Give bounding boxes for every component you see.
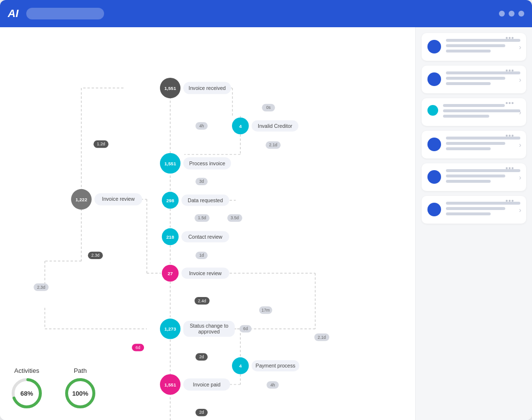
- panel-card-4[interactable]: ›: [422, 131, 526, 158]
- svg-text:3d: 3d: [199, 179, 204, 184]
- svg-text:1,273: 1,273: [164, 326, 176, 332]
- activities-label: Activities: [14, 367, 39, 374]
- panel-line: [446, 82, 491, 85]
- panel-card-2[interactable]: ›: [422, 66, 526, 93]
- panel-avatar-6: [427, 203, 441, 216]
- node-invalid-creditor[interactable]: 4: [232, 118, 249, 135]
- titlebar: AI: [0, 0, 532, 27]
- dot-2: [509, 11, 514, 17]
- app-logo: AI: [8, 7, 18, 20]
- svg-text:Invoice review: Invoice review: [189, 270, 222, 276]
- activities-donut: 68%: [10, 376, 44, 410]
- panel-content-6: [446, 202, 520, 218]
- dot-1: [499, 11, 505, 17]
- svg-text:6d: 6d: [136, 345, 141, 350]
- svg-text:218: 218: [166, 234, 175, 240]
- panel-line: [443, 104, 505, 107]
- panel-content-4: [446, 137, 520, 153]
- node-invoice-paid[interactable]: 1,551: [160, 374, 180, 395]
- chevron-right-icon[interactable]: ›: [519, 43, 521, 51]
- svg-text:17m: 17m: [262, 308, 270, 313]
- svg-text:Status change to: Status change to: [190, 323, 229, 329]
- node-invoice-received[interactable]: 1,551: [160, 78, 180, 98]
- panel-line: [446, 39, 520, 42]
- svg-text:2.1d: 2.1d: [318, 335, 326, 340]
- svg-text:2.3d: 2.3d: [37, 285, 45, 290]
- panel-dots-1: [506, 37, 514, 39]
- svg-text:298: 298: [166, 198, 175, 203]
- flow-diagram-area: 1,551 Invoice received 4 Invalid Credito…: [0, 27, 415, 420]
- svg-text:1.5d: 1.5d: [198, 215, 206, 220]
- node-invoice-review-pink[interactable]: 27: [162, 265, 179, 282]
- panel-line: [446, 212, 491, 215]
- panel-avatar-3: [427, 105, 438, 116]
- node-invoice-review-left[interactable]: 1,222: [71, 189, 91, 210]
- svg-text:1d: 1d: [199, 253, 204, 258]
- node-data-requested[interactable]: 298: [162, 192, 179, 209]
- panel-dots-2: [506, 70, 514, 71]
- node-contact-review[interactable]: 218: [162, 228, 179, 245]
- panel-line: [446, 169, 520, 172]
- panel-avatar-1: [427, 40, 441, 53]
- panel-content-3: [443, 104, 520, 120]
- svg-text:4: 4: [239, 123, 242, 129]
- svg-text:approved: approved: [198, 329, 220, 334]
- svg-text:1,551: 1,551: [164, 161, 177, 166]
- chevron-right-icon[interactable]: ›: [519, 108, 521, 116]
- activities-stat: Activities 68%: [10, 367, 44, 410]
- svg-text:Data requested: Data requested: [188, 197, 223, 203]
- svg-text:3.5d: 3.5d: [231, 215, 239, 220]
- chevron-right-icon[interactable]: ›: [519, 174, 521, 181]
- panel-line: [446, 180, 491, 183]
- svg-text:2.3d: 2.3d: [91, 253, 100, 258]
- svg-text:4h: 4h: [270, 383, 275, 387]
- svg-text:Invoice paid: Invoice paid: [193, 382, 221, 387]
- panel-dots-5: [506, 167, 514, 169]
- panel-avatar-5: [427, 170, 441, 184]
- svg-text:Invalid Creditor: Invalid Creditor: [258, 123, 293, 129]
- svg-text:2.1d: 2.1d: [269, 142, 277, 147]
- node-status-change[interactable]: 1,273: [160, 318, 180, 339]
- right-panel: › ›: [415, 27, 532, 420]
- node-process-invoice[interactable]: 1,551: [160, 153, 180, 174]
- panel-card-1[interactable]: ›: [422, 33, 526, 61]
- svg-text:1,551: 1,551: [164, 86, 177, 91]
- search-bar[interactable]: [26, 8, 104, 19]
- panel-content-1: [446, 39, 520, 55]
- svg-text:Process invoice: Process invoice: [189, 160, 225, 166]
- panel-line: [446, 202, 520, 205]
- svg-text:27: 27: [168, 271, 173, 276]
- path-value: 100%: [72, 390, 88, 397]
- panel-card-5[interactable]: ›: [422, 163, 526, 191]
- chevron-right-icon[interactable]: ›: [519, 76, 521, 84]
- path-label: Path: [74, 367, 87, 374]
- svg-text:2d: 2d: [199, 354, 204, 359]
- panel-line: [446, 147, 491, 150]
- svg-text:2d: 2d: [199, 410, 204, 415]
- panel-content-5: [446, 169, 520, 185]
- svg-text:Contact review: Contact review: [188, 234, 222, 240]
- panel-card-6[interactable]: ›: [422, 196, 526, 224]
- chevron-right-icon[interactable]: ›: [519, 206, 521, 214]
- panel-content-2: [446, 71, 520, 88]
- svg-text:4h: 4h: [199, 123, 204, 128]
- svg-text:6d: 6d: [243, 326, 248, 331]
- panel-line: [446, 175, 505, 177]
- svg-text:Payment process: Payment process: [256, 363, 296, 368]
- node-payment-process[interactable]: 4: [232, 357, 249, 374]
- svg-text:1.2d: 1.2d: [97, 141, 105, 146]
- svg-text:Invoice received: Invoice received: [189, 85, 226, 91]
- panel-line: [443, 109, 520, 112]
- panel-line: [446, 71, 520, 74]
- dot-3: [518, 11, 524, 17]
- panel-dots-4: [506, 135, 514, 137]
- flow-diagram: 1,551 Invoice received 4 Invalid Credito…: [0, 27, 415, 420]
- panel-line: [446, 50, 491, 52]
- path-donut: 100%: [63, 376, 97, 410]
- panel-avatar-2: [427, 72, 441, 86]
- chevron-right-icon[interactable]: ›: [519, 141, 521, 149]
- window-controls: [499, 11, 524, 17]
- panel-card-3[interactable]: ›: [422, 98, 526, 126]
- panel-dots-6: [506, 200, 514, 202]
- svg-text:4: 4: [239, 363, 242, 368]
